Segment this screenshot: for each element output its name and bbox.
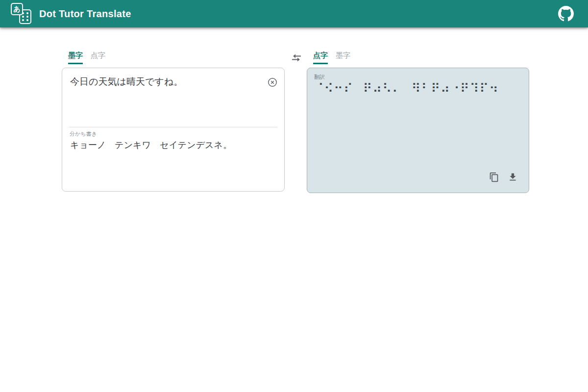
clear-input-button[interactable] [267, 77, 278, 89]
page: あ Dot Tutor Translate 墨字 点字 今日の天気は晴天ですね。… [0, 0, 588, 392]
app-header: あ Dot Tutor Translate [0, 0, 588, 27]
swap-horizontal-icon [291, 52, 302, 64]
output-label: 翻訳 [314, 74, 325, 81]
github-link[interactable] [558, 5, 574, 22]
reading-label: 分かち書き [70, 130, 97, 138]
output-card: 翻訳 ⠈⠪⠒⠎⠀⠟⠴⠣⠄⠀⠻⠃⠟⠴⠐⠟⠹⠏⠲ [307, 68, 529, 193]
clear-circle-icon [267, 77, 278, 88]
source-tab-sumiji[interactable]: 墨字 [68, 50, 83, 64]
source-panel: 墨字 点字 今日の天気は晴天ですね。 分かち書き キョーノ テンキワ セイテンデ… [62, 50, 285, 192]
target-panel: 点字 墨字 翻訳 ⠈⠪⠒⠎⠀⠟⠴⠣⠄⠀⠻⠃⠟⠴⠐⠟⠹⠏⠲ [307, 50, 529, 193]
target-tab-tenji[interactable]: 点字 [313, 50, 328, 64]
braille-output-text: ⠈⠪⠒⠎⠀⠟⠴⠣⠄⠀⠻⠃⠟⠴⠐⠟⠹⠏⠲ [315, 81, 522, 97]
github-icon [558, 6, 574, 22]
output-actions [489, 172, 518, 183]
copy-button[interactable] [489, 172, 499, 183]
reading-text: キョーノ テンキワ セイテンデスネ。 [70, 139, 276, 152]
source-tab-tenji[interactable]: 点字 [91, 50, 105, 64]
target-tabs: 点字 墨字 [307, 50, 529, 68]
target-tab-sumiji[interactable]: 墨字 [336, 50, 350, 64]
download-icon [508, 172, 518, 182]
swap-direction-button[interactable] [290, 51, 303, 65]
kana-square-icon: あ [11, 3, 23, 15]
divider [69, 127, 277, 127]
copy-icon [489, 172, 499, 182]
source-tabs: 墨字 点字 [62, 50, 285, 68]
app-logo-icon: あ [11, 3, 34, 25]
source-card: 今日の天気は晴天ですね。 分かち書き キョーノ テンキワ セイテンデスネ。 [62, 68, 285, 192]
source-text-input[interactable]: 今日の天気は晴天ですね。 [70, 75, 261, 122]
app-title: Dot Tutor Translate [39, 8, 131, 20]
download-button[interactable] [507, 172, 518, 183]
